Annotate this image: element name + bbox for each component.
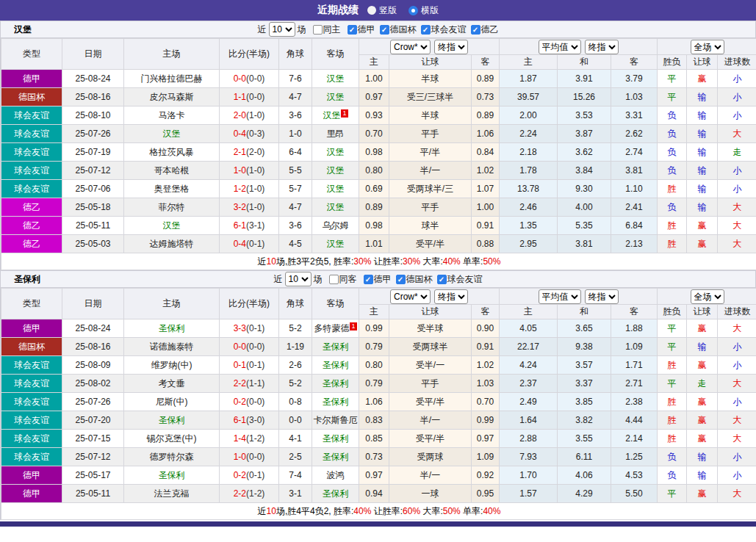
odds-final-select[interactable]: 终指 bbox=[434, 40, 468, 54]
handicap-result-cell: 走 bbox=[687, 375, 718, 393]
odds-company-select[interactable]: Crow* bbox=[390, 289, 431, 304]
radio-selected-icon[interactable] bbox=[408, 6, 418, 15]
average-final-select[interactable]: 终指 bbox=[585, 40, 619, 54]
summary-stat-label: 场,胜4平4负2, 胜率: bbox=[276, 506, 353, 516]
summary-stat-label: 大率: bbox=[420, 506, 443, 516]
league-type-cell: 球会友谊 bbox=[1, 125, 62, 143]
result-cell: 负 bbox=[658, 125, 687, 143]
score-cell: 0-0(0-0) bbox=[220, 70, 279, 88]
scope-select[interactable]: 全场 bbox=[691, 40, 724, 54]
date-cell: 25-05-17 bbox=[62, 466, 124, 485]
odds-home-cell: 0.93 bbox=[359, 106, 389, 125]
col-header-result: 胜负 bbox=[658, 305, 687, 319]
league-filter-label: 德甲 bbox=[374, 273, 392, 286]
col-header-goals: 进球数 bbox=[718, 305, 756, 319]
match-row: 球会友谊25-07-12德罗特尔森1-0(0-0)2-5圣保利0.73受两球1.… bbox=[1, 448, 756, 466]
recent-count-select[interactable]: 10 bbox=[269, 22, 295, 37]
average-select[interactable]: 平均值 bbox=[539, 40, 581, 54]
result-cell: 胜 bbox=[658, 411, 687, 430]
radio-vertical-layout[interactable]: 竖版 bbox=[367, 4, 397, 17]
odds-final-select[interactable]: 终指 bbox=[434, 289, 468, 304]
date-cell: 25-08-10 bbox=[62, 106, 124, 125]
focal-team-link[interactable]: 圣保利 bbox=[323, 488, 349, 499]
focal-team-link[interactable]: 汉堡 bbox=[327, 147, 345, 157]
average-final-select[interactable]: 终指 bbox=[585, 289, 619, 304]
away-team-cell: 里昂 bbox=[312, 125, 359, 143]
league-filter-德乙[interactable]: ✓德乙 bbox=[467, 24, 499, 36]
handicap-result-cell-text: 赢 bbox=[698, 397, 707, 407]
goals-result-cell: 大 bbox=[718, 198, 756, 217]
home-team-cell: 尼斯(中) bbox=[124, 393, 220, 411]
focal-team-link[interactable]: 圣保利 bbox=[159, 323, 185, 333]
radio-unselected-icon[interactable] bbox=[367, 6, 376, 15]
focal-team-link[interactable]: 圣保利 bbox=[323, 360, 349, 370]
checkbox-checked-icon[interactable]: ✓ bbox=[437, 275, 447, 284]
summary-stat-label: 让胜率: bbox=[371, 506, 403, 516]
focal-team-link[interactable]: 汉堡 bbox=[327, 165, 345, 176]
col-header-odds-away: 客 bbox=[472, 305, 500, 319]
summary-stat-value: 30% bbox=[353, 256, 371, 267]
checkbox-checked-icon[interactable]: ✓ bbox=[364, 275, 373, 284]
goals-result-cell: 大 bbox=[718, 125, 756, 143]
league-filter-德国杯[interactable]: ✓德国杯 bbox=[392, 273, 433, 286]
same-venue-filter[interactable]: 同主 bbox=[309, 24, 341, 36]
checkbox-checked-icon[interactable]: ✓ bbox=[421, 25, 431, 35]
handicap-result-cell: 赢 bbox=[687, 319, 718, 338]
league-filter-德甲[interactable]: ✓德甲 bbox=[343, 24, 375, 36]
odds-handicap-cell: 半/一 bbox=[389, 162, 472, 180]
home-team-cell: 菲尔特 bbox=[124, 198, 220, 217]
col-header-home: 主场 bbox=[124, 39, 220, 70]
avg-away-cell: 1.25 bbox=[611, 448, 658, 466]
focal-team-link[interactable]: 圣保利 bbox=[323, 397, 349, 407]
focal-team-link[interactable]: 汉堡 bbox=[327, 202, 345, 212]
odds-away-cell: 0.90 bbox=[472, 319, 500, 338]
focal-team-link[interactable]: 圣保利 bbox=[323, 433, 349, 444]
focal-team-link[interactable]: 汉堡 bbox=[323, 110, 340, 120]
checkbox-checked-icon[interactable]: ✓ bbox=[471, 25, 480, 35]
scope-select[interactable]: 全场 bbox=[691, 289, 724, 304]
result-cell-text: 负 bbox=[668, 129, 677, 139]
focal-team-link[interactable]: 圣保利 bbox=[159, 470, 185, 480]
match-row: 德国杯25-08-16诺德施泰特0-0(0-0)1-19圣保利0.79受两球半0… bbox=[1, 338, 756, 356]
avg-draw-cell: 3.65 bbox=[558, 319, 611, 338]
checkbox-checked-icon[interactable]: ✓ bbox=[380, 25, 389, 35]
goals-result-cell-text: 大 bbox=[733, 415, 742, 425]
recent-count-select[interactable]: 10 bbox=[285, 272, 312, 286]
avg-away-cell: 1.71 bbox=[611, 356, 658, 375]
halftime-score: (0-0) bbox=[246, 92, 264, 102]
focal-team-link[interactable]: 圣保利 bbox=[323, 378, 349, 389]
focal-team-link[interactable]: 圣保利 bbox=[159, 415, 185, 425]
focal-team-link[interactable]: 汉堡 bbox=[327, 239, 345, 249]
odds-company-select[interactable]: Crow* bbox=[390, 40, 431, 54]
focal-team-link[interactable]: 汉堡 bbox=[163, 129, 181, 139]
focal-team-link[interactable]: 汉堡 bbox=[163, 220, 181, 231]
league-filter-球会友谊[interactable]: ✓球会友谊 bbox=[433, 273, 483, 286]
focal-team-link[interactable]: 圣保利 bbox=[323, 452, 349, 462]
handicap-result-cell: 赢 bbox=[687, 430, 718, 448]
opponent-team: 卡尔斯鲁厄 bbox=[314, 415, 358, 425]
league-filter-德甲[interactable]: ✓德甲 bbox=[359, 273, 392, 286]
focal-team-link[interactable]: 汉堡 bbox=[327, 92, 345, 102]
odds-handicap-cell: 受半球 bbox=[389, 319, 472, 338]
league-filter-德国杯[interactable]: ✓德国杯 bbox=[375, 24, 417, 36]
league-type-cell: 德国杯 bbox=[1, 338, 62, 356]
radio-horizontal-layout[interactable]: 横版 bbox=[408, 4, 439, 17]
odds-home-cell: 0.70 bbox=[359, 125, 389, 143]
checkbox-checked-icon[interactable]: ✓ bbox=[396, 275, 406, 284]
focal-team-link[interactable]: 圣保利 bbox=[323, 342, 349, 352]
summary-stat-value: 40% bbox=[443, 256, 461, 267]
odds-home-cell: 0.79 bbox=[359, 338, 389, 356]
same-venue-filter[interactable]: 同客 bbox=[325, 273, 357, 286]
focal-team-link[interactable]: 汉堡 bbox=[327, 184, 345, 194]
league-filter-label: 德国杯 bbox=[390, 24, 417, 36]
odds-handicap-cell: 半球 bbox=[389, 70, 472, 88]
average-select[interactable]: 平均值 bbox=[539, 289, 581, 304]
checkbox-unchecked-icon[interactable] bbox=[329, 275, 339, 284]
fulltime-score: 1-0 bbox=[234, 165, 246, 176]
summary-stat-label: 单率: bbox=[461, 256, 483, 267]
league-type-cell: 德甲 bbox=[1, 70, 62, 88]
focal-team-link[interactable]: 汉堡 bbox=[327, 73, 345, 84]
checkbox-checked-icon[interactable]: ✓ bbox=[348, 25, 357, 35]
checkbox-unchecked-icon[interactable] bbox=[313, 25, 323, 35]
league-filter-球会友谊[interactable]: ✓球会友谊 bbox=[417, 24, 467, 36]
